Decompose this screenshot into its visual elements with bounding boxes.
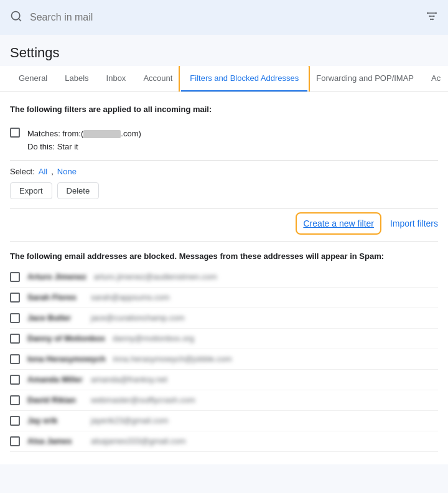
settings-nav: General Labels Inbox Account Filters and… [0,66,448,92]
blocked-checkbox-4[interactable] [10,354,20,364]
blocked-row: Alsa James alsajames333@gmail.com [10,431,438,452]
blocked-checkbox-7[interactable] [10,416,20,426]
blocked-email: amanda@franksy.net [91,375,167,384]
tab-more[interactable]: Ac [422,66,448,92]
select-none-link[interactable]: None [57,167,77,176]
search-input[interactable] [30,12,418,23]
create-new-filter-link[interactable]: Create a new filter [299,216,378,231]
svg-point-6 [435,12,437,14]
svg-point-5 [427,12,429,14]
tab-general[interactable]: General [10,66,56,92]
svg-point-10 [430,18,432,20]
blocked-name: Sarah Flores [27,293,83,302]
blocked-row: Jay erik jayerik23@gmail.com [10,411,438,431]
advanced-filter-icon[interactable] [426,10,438,26]
blocked-email: jace@curationchamp.com [91,313,184,322]
blocked-name: Jay erik [27,416,83,425]
search-icon [10,10,22,26]
tab-filters-and-blocked[interactable]: Filters and Blocked Addresses [181,66,307,92]
filter-row: Matches: from:( .com) Do this: Star it [10,121,438,161]
blurred-domain [83,130,121,138]
filter-details: Matches: from:( .com) Do this: Star it [27,128,141,154]
tab-inbox[interactable]: Inbox [98,66,135,92]
blocked-row: Sarah Flores sarah@appsums.com [10,288,438,308]
blocked-name: Arturo Jimenez [27,272,86,281]
blocked-name: Amanda Miller [27,375,83,384]
blocked-checkbox-6[interactable] [10,395,20,405]
blocked-name: Jace Butler [27,313,83,322]
action-row: Create a new filter Import filters [10,209,438,242]
export-button[interactable]: Export [10,182,52,199]
blocked-row: David Rikian webmaster@outflycrash.com [10,390,438,411]
tab-account[interactable]: Account [134,66,181,92]
blocked-checkbox-1[interactable] [10,293,20,303]
blocked-name: Alsa James [27,436,83,446]
filters-section-title: The following filters are applied to all… [10,105,438,114]
tab-labels[interactable]: Labels [56,66,97,92]
blocked-name: David Rikian [27,395,83,405]
page-title: Settings [0,35,448,66]
blocked-email: arturo.jimenez@audienstmen.com [94,272,217,281]
filter-buttons-row: Export Delete [10,182,438,209]
svg-point-8 [433,15,435,17]
blocked-checkbox-3[interactable] [10,334,20,344]
blocked-checkbox-2[interactable] [10,313,20,323]
blocked-row: Danny of Motionbox danny@motionbox.org [10,329,438,349]
select-row: Select: All, None [10,161,438,182]
import-filters-link[interactable]: Import filters [390,218,438,228]
search-bar [0,0,448,35]
blocked-email: alsajames333@gmail.com [91,436,186,446]
blocked-checkbox-8[interactable] [10,436,20,446]
blocked-row: Amanda Miller amanda@franksy.net [10,370,438,390]
blocked-checkbox-0[interactable] [10,272,20,282]
svg-point-11 [432,18,434,20]
blocked-email: sarah@appsums.com [91,293,170,302]
blocked-name: Iona Herasymowych [27,354,106,364]
filter-checkbox[interactable] [10,128,20,138]
blocked-row: Iona Herasymowych inna.herasymowych@jobb… [10,349,438,370]
delete-button[interactable]: Delete [57,182,100,199]
blocked-email: webmaster@outflycrash.com [91,395,195,405]
blocked-email: inna.herasymowych@jobble.com [113,354,232,364]
blocked-email: danny@motionbox.org [113,334,194,343]
select-label: Select: [10,167,35,176]
blocked-list: Arturo Jimenez arturo.jimenez@audienstme… [10,267,438,452]
blocked-email: jayerik23@gmail.com [91,416,168,425]
blocked-row: Jace Butler jace@curationchamp.com [10,308,438,329]
tab-forwarding[interactable]: Forwarding and POP/IMAP [307,66,422,92]
blocked-section-title: The following email addresses are blocke… [10,251,438,261]
filter-action: Do this: Star it [27,141,141,154]
blocked-row: Arturo Jimenez arturo.jimenez@audienstme… [10,267,438,288]
svg-line-1 [19,18,21,21]
blocked-checkbox-5[interactable] [10,375,20,385]
filter-matches: Matches: from:( .com) [27,128,141,141]
settings-content: The following filters are applied to all… [0,92,448,464]
svg-point-7 [429,15,431,17]
select-all-link[interactable]: All [39,167,47,176]
blocked-name: Danny of Motionbox [27,334,105,343]
